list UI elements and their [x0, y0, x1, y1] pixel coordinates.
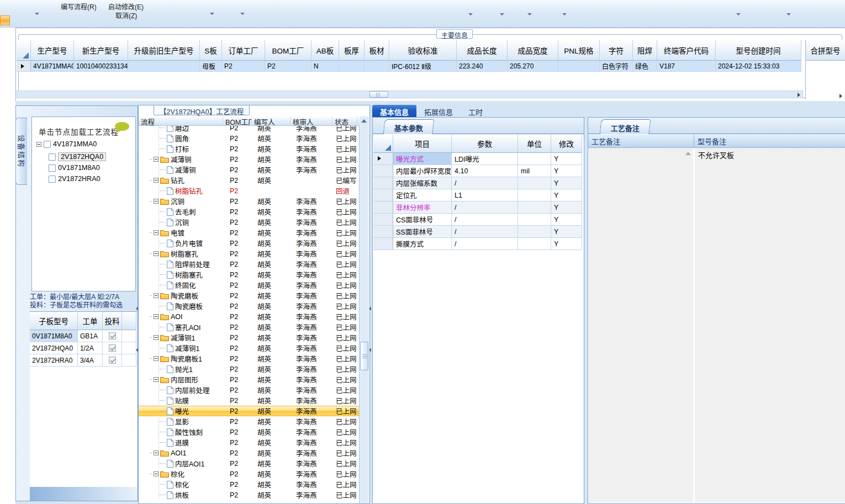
process-name-cell[interactable]: AOI: [139, 311, 223, 322]
process-status-cell[interactable]: 已上网: [332, 416, 357, 427]
process-status-cell[interactable]: 已上网: [332, 165, 357, 175]
param-header-cell[interactable]: 单位: [518, 135, 551, 153]
vscroll-thumb[interactable]: [360, 342, 368, 370]
subboard-model-cell[interactable]: 2V1872HQA0: [30, 342, 78, 354]
feed-checkbox[interactable]: [109, 357, 116, 364]
process-row[interactable]: 显影P2胡英李海燕已上网: [139, 416, 359, 427]
process-writer-cell[interactable]: 胡英: [252, 206, 291, 217]
process-bom-cell[interactable]: P2: [223, 206, 252, 217]
process-auditor-cell[interactable]: 李海燕: [291, 301, 332, 311]
process-auditor-cell[interactable]: 李海燕: [291, 227, 332, 238]
process-row[interactable]: 陶瓷磨板1P2胡英李海燕已上网: [139, 353, 359, 364]
process-auditor-cell[interactable]: 李海燕: [291, 490, 332, 500]
process-status-cell[interactable]: 已上网: [332, 322, 357, 332]
process-bom-cell[interactable]: P2: [223, 395, 252, 406]
process-row[interactable]: AOI1P2胡英李海燕已上网: [139, 448, 359, 458]
process-name-cell[interactable]: 显影: [139, 416, 223, 427]
subboard-row[interactable]: 2V1872HQA01/2A: [30, 342, 137, 354]
process-auditor-cell[interactable]: 李海燕: [291, 332, 332, 343]
expand-collapse-icon[interactable]: [154, 251, 159, 256]
main-grid-header-cell[interactable]: 终端客户代码: [657, 40, 716, 61]
param-value-cell[interactable]: 4.10: [452, 165, 518, 177]
process-name-cell[interactable]: 阻焊前处理: [139, 259, 223, 269]
subboard-order-cell[interactable]: 1/2A: [78, 342, 103, 354]
tree-checkbox[interactable]: [49, 153, 56, 161]
process-name-cell[interactable]: 钻孔: [139, 175, 223, 185]
cancel-button[interactable]: 取消(Z): [115, 10, 137, 20]
process-bom-cell[interactable]: P2: [223, 311, 252, 322]
process-name-cell[interactable]: 减薄铜1: [139, 332, 223, 343]
process-status-cell[interactable]: 已上网: [332, 227, 357, 238]
process-writer-cell[interactable]: 胡英: [252, 175, 291, 185]
process-writer-cell[interactable]: 胡英: [252, 332, 291, 343]
main-grid-cell[interactable]: P2: [265, 61, 311, 72]
process-writer-cell[interactable]: 胡英: [252, 374, 291, 385]
process-auditor-cell[interactable]: 李海燕: [291, 437, 332, 448]
process-name-cell[interactable]: 退膜: [139, 437, 223, 448]
expand-collapse-icon[interactable]: [154, 471, 159, 476]
param-row-selector[interactable]: [373, 177, 393, 189]
process-name-cell[interactable]: 圆角: [139, 133, 223, 144]
process-row[interactable]: 退膜P2胡英李海燕已上网: [139, 437, 359, 448]
param-item-cell[interactable]: CS面菲林号: [393, 214, 452, 226]
process-writer-cell[interactable]: 胡英: [252, 301, 291, 311]
process-auditor-cell[interactable]: [291, 175, 332, 185]
process-name-cell[interactable]: 减薄铜: [139, 165, 223, 175]
process-auditor-cell[interactable]: 李海燕: [291, 154, 332, 165]
process-writer-cell[interactable]: 胡英: [252, 469, 291, 479]
process-writer-cell[interactable]: [252, 185, 291, 196]
process-writer-cell[interactable]: 胡英: [252, 196, 291, 206]
dropdown-arrow-icon[interactable]: [562, 13, 567, 15]
process-status-cell[interactable]: 已上网: [332, 133, 357, 144]
process-bom-cell[interactable]: P2: [223, 479, 252, 490]
process-bom-cell[interactable]: P2: [223, 374, 252, 385]
param-row-selector[interactable]: [373, 201, 393, 214]
process-auditor-cell[interactable]: 李海燕: [291, 206, 332, 217]
main-grid-header-cell[interactable]: 新生产型号: [74, 40, 128, 61]
process-row[interactable]: 减薄铜P2胡英李海燕已上网: [139, 165, 359, 175]
process-row[interactable]: 内层AOI1P2胡英李海燕已上网: [139, 458, 359, 469]
process-bom-cell[interactable]: P2: [223, 490, 252, 500]
param-item-cell[interactable]: 菲林分辨率: [393, 201, 452, 214]
param-header-cell[interactable]: 项目: [393, 135, 452, 153]
main-grid-cell[interactable]: 10010400233134: [74, 61, 128, 72]
main-grid-cell[interactable]: N: [311, 61, 339, 72]
process-writer-cell[interactable]: 胡英: [252, 406, 291, 416]
main-grid-header-cell[interactable]: 成品长度: [457, 40, 508, 61]
process-auditor-cell[interactable]: 李海燕: [291, 374, 332, 385]
tab-basic-params[interactable]: 基本参数: [383, 119, 435, 134]
process-bom-cell[interactable]: P2: [223, 196, 252, 206]
process-bom-cell[interactable]: P2: [223, 227, 252, 238]
process-bom-cell[interactable]: P2: [223, 154, 252, 165]
param-item-cell[interactable]: SS面菲林号: [393, 226, 452, 238]
process-writer-cell[interactable]: 胡英: [252, 458, 291, 469]
process-name-cell[interactable]: 沉铜: [139, 217, 223, 227]
process-name-cell[interactable]: 棕化: [139, 469, 223, 479]
feed-checkbox[interactable]: [109, 344, 116, 352]
process-writer-cell[interactable]: 胡英: [252, 133, 291, 144]
process-auditor-cell[interactable]: 李海燕: [291, 469, 332, 479]
process-row[interactable]: 打标P2胡英李海燕已上网: [139, 144, 359, 154]
subboard-header-cell[interactable]: 工单: [78, 312, 103, 330]
main-info-selected-row[interactable]: 4V1871MMA010010400233134母板P2P2NIPC-6012 …: [17, 61, 801, 72]
process-bom-cell[interactable]: P2: [223, 185, 252, 196]
process-bom-cell[interactable]: P2: [223, 427, 252, 437]
process-auditor-cell[interactable]: 李海燕: [291, 133, 332, 144]
process-auditor-cell[interactable]: 李海燕: [291, 448, 332, 458]
main-grid-cell[interactable]: [558, 61, 600, 72]
process-name-cell[interactable]: AOI1: [139, 448, 223, 458]
process-writer-cell[interactable]: 胡英: [252, 364, 291, 374]
param-row[interactable]: 撕膜方式/Y: [373, 238, 582, 250]
process-row[interactable]: 负片电镀P2胡英李海燕已上网: [139, 238, 359, 248]
process-status-cell[interactable]: 已上网: [332, 332, 357, 343]
process-row[interactable]: 抛光1P2胡英李海燕已上网: [139, 364, 359, 374]
main-grid-header-cell[interactable]: 型号创建时间: [716, 40, 801, 61]
process-writer-cell[interactable]: 胡英: [252, 280, 291, 290]
process-row[interactable]: 终固化P2胡英李海燕已上网: [139, 280, 359, 290]
subboard-model-cell[interactable]: 0V1871M8A0: [30, 330, 78, 342]
hscroll-thumb[interactable]: [369, 91, 388, 98]
dropdown-arrow-icon[interactable]: [210, 13, 214, 15]
param-value-cell[interactable]: /: [452, 201, 518, 214]
process-status-cell[interactable]: 已上网: [332, 448, 357, 458]
process-bom-cell[interactable]: P2: [223, 343, 252, 353]
